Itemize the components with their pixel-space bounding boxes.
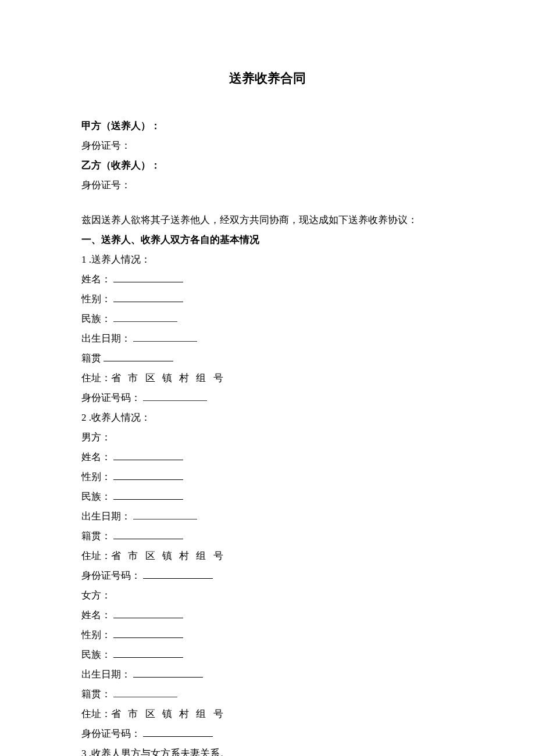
item-1-label: 1 .送养人情况：: [81, 250, 454, 270]
female-label: 女方：: [81, 586, 454, 605]
male-address-row: 住址：省 市 区 镇 村 组 号: [81, 546, 454, 566]
item-2-label: 2 .收养人情况：: [81, 408, 454, 428]
idnum-label: 身份证号码：: [81, 392, 141, 403]
gender-label: 性别：: [81, 629, 111, 640]
gender-label: 性别：: [81, 471, 111, 482]
item-3-text: 3 .收养人男方与女方系夫妻关系。: [81, 744, 454, 756]
blank-field: [104, 351, 173, 361]
spacer: [81, 195, 454, 210]
address-prefix: 住址：: [81, 708, 111, 719]
blank-field: [113, 489, 183, 500]
male-gender-row: 性别：: [81, 467, 454, 487]
blank-field: [113, 529, 183, 539]
blank-field: [113, 292, 183, 302]
blank-field: [143, 568, 213, 579]
female-ethnicity-row: 民族：: [81, 645, 454, 665]
blank-field: [113, 314, 177, 322]
blank-field: [113, 608, 183, 618]
idnum-label: 身份证号码：: [81, 570, 141, 581]
dob-label: 出生日期：: [81, 333, 131, 344]
male-idnum-row: 身份证号码：: [81, 566, 454, 586]
female-origin-row: 籍贯：: [81, 685, 454, 704]
document-title: 送养收养合同: [81, 70, 454, 87]
origin-label: 籍贯: [81, 353, 101, 364]
male-origin-row: 籍贯：: [81, 526, 454, 546]
sender-gender-row: 性别：: [81, 289, 454, 309]
blank-field: [133, 511, 197, 519]
female-gender-row: 性别：: [81, 625, 454, 645]
blank-field: [113, 470, 183, 480]
male-ethnicity-row: 民族：: [81, 487, 454, 507]
blank-field: [113, 647, 183, 658]
sender-dob-row: 出生日期：: [81, 329, 454, 349]
female-idnum-row: 身份证号码：: [81, 724, 454, 744]
male-label: 男方：: [81, 428, 454, 447]
sender-name-row: 姓名：: [81, 270, 454, 289]
sender-ethnicity-row: 民族：: [81, 309, 454, 329]
blank-field: [133, 334, 197, 342]
blank-field: [113, 689, 177, 697]
male-name-row: 姓名：: [81, 447, 454, 467]
dob-label: 出生日期：: [81, 669, 131, 680]
address-parts: 省 市 区 镇 村 组 号: [111, 372, 226, 384]
blank-field: [133, 667, 203, 678]
sender-origin-row: 籍贯: [81, 349, 454, 368]
party-b-label: 乙方（收养人）：: [81, 156, 454, 175]
ethnicity-label: 民族：: [81, 491, 111, 502]
blank-field: [113, 628, 183, 638]
sender-address-row: 住址：省 市 区 镇 村 组 号: [81, 368, 454, 388]
party-a-label: 甲方（送养人）：: [81, 116, 454, 136]
name-label: 姓名：: [81, 452, 111, 463]
party-b-id-label: 身份证号：: [81, 175, 454, 195]
name-label: 姓名：: [81, 610, 111, 621]
ethnicity-label: 民族：: [81, 649, 111, 660]
female-dob-row: 出生日期：: [81, 665, 454, 685]
preamble: 兹因送养人欲将其子送养他人，经双方共同协商，现达成如下送养收养协议：: [81, 210, 454, 230]
blank-field: [113, 450, 183, 460]
origin-label: 籍贯：: [81, 531, 111, 542]
dob-label: 出生日期：: [81, 511, 131, 522]
address-parts: 省 市 区 镇 村 组 号: [111, 550, 226, 561]
female-address-row: 住址：省 市 区 镇 村 组 号: [81, 704, 454, 724]
gender-label: 性别：: [81, 293, 111, 304]
ethnicity-label: 民族：: [81, 313, 111, 324]
blank-field: [143, 393, 207, 401]
address-prefix: 住址：: [81, 550, 111, 561]
sender-idnum-row: 身份证号码：: [81, 388, 454, 408]
document-page: 送养收养合同 甲方（送养人）： 身份证号： 乙方（收养人）： 身份证号： 兹因送…: [0, 0, 535, 756]
blank-field: [143, 726, 213, 737]
blank-field: [113, 272, 183, 282]
male-dob-row: 出生日期：: [81, 507, 454, 526]
idnum-label: 身份证号码：: [81, 728, 141, 739]
party-a-id-label: 身份证号：: [81, 136, 454, 156]
female-name-row: 姓名：: [81, 605, 454, 625]
section-1-heading: 一、送养人、收养人双方各自的基本情况: [81, 230, 454, 250]
name-label: 姓名：: [81, 274, 111, 285]
address-parts: 省 市 区 镇 村 组 号: [111, 708, 226, 719]
origin-label: 籍贯：: [81, 689, 111, 700]
address-prefix: 住址：: [81, 372, 111, 384]
